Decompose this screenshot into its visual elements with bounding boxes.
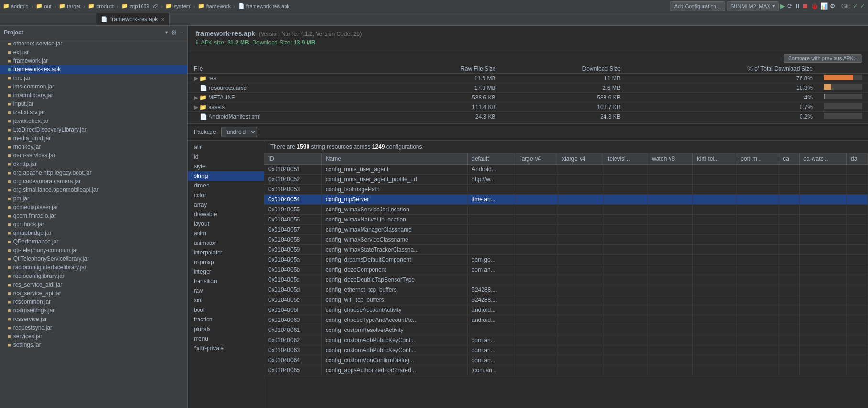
sidebar-item-requestsync[interactable]: ■ requestsync.jar <box>0 323 187 332</box>
res-type-style[interactable]: style <box>188 162 264 171</box>
sidebar-item-apache-http[interactable]: ■ org.apache.http.legacy.boot.jar <box>0 168 187 177</box>
res-table-row[interactable]: 0x01040051 config_mms_user_agent Android… <box>264 165 868 175</box>
res-type-color[interactable]: color <box>188 190 264 200</box>
breadcrumb-apk[interactable]: 📄 framework-res.apk <box>238 3 290 9</box>
res-type-id[interactable]: id <box>188 152 264 162</box>
res-type-fraction[interactable]: fraction <box>188 315 264 324</box>
sidebar-item-pm[interactable]: ■ pm.jar <box>0 194 187 203</box>
sidebar-item-settings[interactable]: ■ settings.jar <box>0 341 187 349</box>
res-type-integer[interactable]: integer <box>188 267 264 276</box>
sidebar-item-qperformance[interactable]: ■ QPerformance.jar <box>0 237 187 246</box>
col-watch-v8[interactable]: watch-v8 <box>648 154 693 165</box>
res-type-string[interactable]: string <box>188 171 264 181</box>
col-default[interactable]: default <box>468 154 516 165</box>
res-table-row[interactable]: 0x01040058 config_wimaxServiceClassname <box>264 235 868 245</box>
res-type-xml[interactable]: xml <box>188 296 264 305</box>
tab-framework-res[interactable]: 📄 framework-res.apk ✕ <box>96 13 170 25</box>
res-table-row[interactable]: 0x0104005e config_wifi_tcp_buffers 52428… <box>264 295 868 305</box>
size-table-row[interactable]: ▶ 📁 META-INF 588.6 KB 588.6 KB 4% <box>188 93 868 102</box>
sidebar-item-ethernet-service[interactable]: ■ ethernet-service.jar <box>0 39 187 48</box>
sidebar-item-services[interactable]: ■ services.jar <box>0 332 187 341</box>
sidebar-item-ext[interactable]: ■ ext.jar <box>0 48 187 56</box>
sidebar-item-codeaurora[interactable]: ■ org.codeaurora.camera.jar <box>0 177 187 186</box>
breadcrumb-android[interactable]: 📁 android <box>3 3 29 9</box>
breadcrumb-product[interactable]: 📁 product <box>88 3 114 9</box>
res-table-row[interactable]: 0x0104005b config_dozeComponent com.an..… <box>264 265 868 275</box>
size-table-row[interactable]: ▶ 📁 res 11.6 MB 11 MB 76.8% <box>188 74 868 83</box>
breadcrumb-framework[interactable]: 📁 framework <box>198 3 231 9</box>
res-type-anim[interactable]: anim <box>188 229 264 238</box>
sidebar-item-framework-res[interactable]: ■ framework-res.apk <box>0 65 187 74</box>
col-large-v4[interactable]: large-v4 <box>516 154 558 165</box>
res-type-raw[interactable]: raw <box>188 286 264 296</box>
col-name[interactable]: Name <box>321 154 467 165</box>
res-table-row[interactable]: 0x01040060 config_chooseTypeAndAccountAc… <box>264 315 868 325</box>
sidebar-item-input[interactable]: ■ input.jar <box>0 99 187 108</box>
res-table-row[interactable]: 0x01040064 config_customVpnConfirmDialog… <box>264 355 868 365</box>
sidebar-item-rcsimsettings[interactable]: ■ rcsimsettings.jar <box>0 306 187 315</box>
sidebar-item-qti-telephony-common[interactable]: ■ qti-telephony-common.jar <box>0 246 187 254</box>
sidebar-item-monkey[interactable]: ■ monkey.jar <box>0 143 187 151</box>
res-table-row[interactable]: 0x01040053 config_IsoImagePath <box>264 185 868 195</box>
sidebar-item-rcsservice[interactable]: ■ rcsservice.jar <box>0 315 187 323</box>
stop-icon[interactable]: ⏹ <box>802 2 809 10</box>
debug-icon[interactable]: 🐞 <box>811 2 818 10</box>
sidebar-item-framework[interactable]: ■ framework.jar <box>0 56 187 65</box>
sidebar-item-izat[interactable]: ■ izat.xt.srv.jar <box>0 108 187 117</box>
breadcrumb-target[interactable]: 📁 target <box>59 3 80 9</box>
res-table-row[interactable]: 0x01040057 config_wimaxManagerClassname <box>264 225 868 235</box>
res-table-row[interactable]: 0x01040056 config_wimaxNativeLibLocation <box>264 215 868 225</box>
breadcrumb-out[interactable]: 📁 out <box>36 3 51 9</box>
sidebar-item-ltedirect[interactable]: ■ LteDirectDiscoveryLibrary.jar <box>0 125 187 134</box>
sidebar-item-ime[interactable]: ■ ime.jar <box>0 74 187 82</box>
sidebar-item-radioconfiglibrary[interactable]: ■ radioconfiglibrary.jar <box>0 272 187 280</box>
sidebar-item-qcom-fmradio[interactable]: ■ qcom.fmradio.jar <box>0 211 187 220</box>
size-table-row[interactable]: 📄 AndroidManifest.xml 24.3 KB 24.3 KB 0.… <box>188 112 868 121</box>
res-type-drawable[interactable]: drawable <box>188 210 264 219</box>
run-config-dropdown[interactable]: SUNMI M2_MAX ▾ <box>727 1 779 11</box>
col-ca-watc[interactable]: ca-watc... <box>800 154 847 165</box>
sidebar-collapse-button[interactable]: − <box>180 29 184 36</box>
pause-icon[interactable]: ⏸ <box>794 2 801 10</box>
res-type-animator[interactable]: animator <box>188 238 264 248</box>
res-table-row[interactable]: 0x01040062 config_customAdbPublicKeyConf… <box>264 335 868 345</box>
res-type-array[interactable]: array <box>188 200 264 210</box>
col-id[interactable]: ID <box>264 154 321 165</box>
sidebar-item-radioconfiginterface[interactable]: ■ radioconfiginterfacelibrary.jar <box>0 263 187 272</box>
res-table-row[interactable]: 0x0104005d config_ethernet_tcp_buffers 5… <box>264 285 868 295</box>
col-port-m[interactable]: port-m... <box>736 154 779 165</box>
res-type-attr[interactable]: attr <box>188 143 264 152</box>
settings-icon[interactable]: ⚙ <box>830 2 835 10</box>
breadcrumb-zqp[interactable]: 📁 zqp1659_v2 <box>121 3 158 9</box>
res-type-layout[interactable]: layout <box>188 219 264 229</box>
sidebar-item-qtitelephony[interactable]: ■ QtiTelephonyServicelibrary.jar <box>0 254 187 263</box>
res-type-interpolator[interactable]: interpolator <box>188 248 264 257</box>
col-televisi[interactable]: televisi... <box>604 154 648 165</box>
res-type-mlpmap[interactable]: mlpmap <box>188 257 264 267</box>
size-table-row[interactable]: ▶ 📁 assets 111.4 KB 108.7 KB 0.7% <box>188 102 868 112</box>
sidebar-item-ims-common[interactable]: ■ ims-common.jar <box>0 82 187 91</box>
compare-apk-button[interactable]: Compare with previous APK... <box>784 54 862 63</box>
res-table-row[interactable]: 0x01040059 config_wimaxStateTrackerClass… <box>264 245 868 255</box>
sidebar-item-javax-obex[interactable]: ■ javax.obex.jar <box>0 117 187 125</box>
res-table-row[interactable]: 0x01040061 config_customResolverActivity <box>264 325 868 335</box>
res-type-transition[interactable]: transition <box>188 276 264 286</box>
res-type-dimen[interactable]: dimen <box>188 181 264 190</box>
res-table-wrapper[interactable]: ID Name default large-v4 xlarge-v4 telev… <box>264 154 868 408</box>
res-table-row[interactable]: 0x0104005a config_dreamsDefaultComponent… <box>264 255 868 265</box>
res-table-row[interactable]: 0x0104005f config_chooseAccountActivity … <box>264 305 868 315</box>
sidebar-item-media-cmd[interactable]: ■ media_cmd.jar <box>0 134 187 143</box>
run-icon[interactable]: ▶ <box>780 2 785 10</box>
sidebar-item-imscm[interactable]: ■ imscmlibrary.jar <box>0 91 187 99</box>
profile-icon[interactable]: 📊 <box>820 2 828 10</box>
sidebar-item-okhttp[interactable]: ■ okhttp.jar <box>0 160 187 168</box>
res-table-row[interactable]: 0x01040055 config_wimaxServiceJarLocatio… <box>264 205 868 215</box>
breadcrumb-system[interactable]: 📁 system <box>165 3 190 9</box>
col-xlarge-v4[interactable]: xlarge-v4 <box>558 154 604 165</box>
sidebar-item-oem-services[interactable]: ■ oem-services.jar <box>0 151 187 160</box>
res-type-bool[interactable]: bool <box>188 305 264 315</box>
add-configuration-button[interactable]: Add Configuration... <box>670 1 725 11</box>
sidebar-item-simalliance[interactable]: ■ org.simalliance.openmobileapi.jar <box>0 186 187 194</box>
size-table-row[interactable]: 📄 resources.arsc 17.8 MB 2.6 MB 18.3% <box>188 83 868 93</box>
res-table-row[interactable]: 0x0104005c config_dozeDoubleTapSensorTyp… <box>264 275 868 285</box>
